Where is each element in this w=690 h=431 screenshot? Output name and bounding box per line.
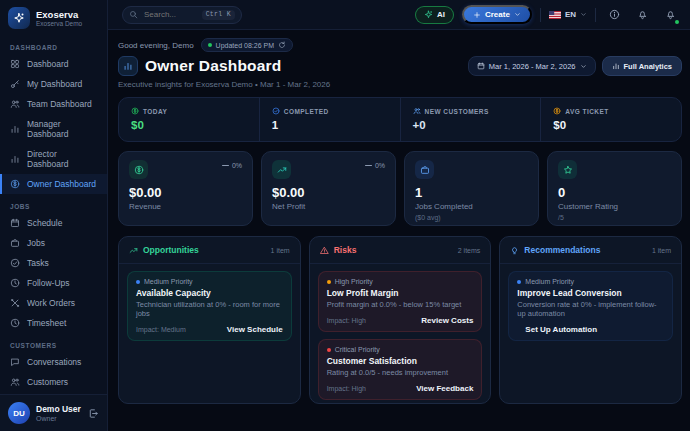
bar-chart-icon <box>612 62 620 70</box>
stat-label: TODAY <box>143 108 167 115</box>
item-description: Technician utilization at 0% - room for … <box>136 300 283 318</box>
sparkle-icon <box>424 10 433 19</box>
logout-button[interactable] <box>88 408 99 419</box>
stat-new-customers: NEW CUSTOMERS +0 <box>400 98 541 141</box>
stat-avg-ticket: AVG TICKET $0 <box>540 98 681 141</box>
item-description: Conversion rate at 0% - implement follow… <box>517 300 664 318</box>
alerts-button[interactable] <box>632 5 652 25</box>
ai-button[interactable]: AI <box>415 6 454 24</box>
users-icon <box>10 377 20 387</box>
create-button[interactable]: Create <box>462 5 532 24</box>
divider <box>595 8 596 22</box>
review-costs-link[interactable]: Review Costs <box>421 316 473 325</box>
quick-stats-strip: TODAY $0 COMPLETED 1 NEW CUSTOMERS +0 AV… <box>118 97 682 142</box>
kpi-card-net-profit[interactable]: 0% $0.00 Net Profit <box>261 151 396 226</box>
sidebar-item-conversations[interactable]: Conversations <box>0 352 107 372</box>
stat-label: NEW CUSTOMERS <box>425 108 489 115</box>
bell-icon <box>637 9 648 20</box>
live-dot <box>208 43 212 47</box>
chevron-down-icon <box>580 11 587 18</box>
updated-badge[interactable]: Updated 08:26 PM <box>201 38 293 52</box>
grid-icon <box>10 59 20 69</box>
kpi-value: $0.00 <box>272 185 385 200</box>
key-icon <box>10 79 20 89</box>
sidebar-item-label: Manager Dashboard <box>27 119 99 139</box>
warning-triangle-icon <box>320 246 329 255</box>
item-count: 2 items <box>458 247 481 254</box>
bar-chart-icon <box>123 61 133 71</box>
check-circle-icon <box>272 107 280 115</box>
nav-section-dashboard: DASHBOARD <box>0 35 107 54</box>
sidebar-item-label: Conversations <box>27 357 81 367</box>
kpi-label: Revenue <box>129 202 242 211</box>
view-feedback-link[interactable]: View Feedback <box>416 384 473 393</box>
sidebar-item-label: My Dashboard <box>27 79 82 89</box>
stat-value: +0 <box>413 119 529 131</box>
sidebar-item-my-dashboard[interactable]: My Dashboard <box>0 74 107 94</box>
keyboard-shortcut-badge: Ctrl K <box>202 10 235 20</box>
sidebar-item-work-orders[interactable]: Work Orders <box>0 293 107 313</box>
sidebar-item-jobs[interactable]: Jobs <box>0 233 107 253</box>
chevron-down-icon <box>580 63 587 70</box>
priority-label: High Priority <box>335 278 373 285</box>
info-icon <box>609 9 620 20</box>
view-schedule-link[interactable]: View Schedule <box>227 325 283 334</box>
notifications-button[interactable] <box>660 5 680 25</box>
trend-indicator: 0% <box>222 162 242 169</box>
briefcase-icon <box>415 160 434 179</box>
priority-label: Medium Priority <box>144 278 193 285</box>
kpi-value: $0.00 <box>129 185 242 200</box>
sidebar-item-director-dashboard[interactable]: Director Dashboard <box>0 144 107 174</box>
logout-icon <box>88 408 99 419</box>
date-range-picker[interactable]: Mar 1, 2026 - Mar 2, 2026 <box>468 56 596 76</box>
sidebar-item-owner-dashboard[interactable]: Owner Dashboard <box>0 174 107 194</box>
insight-row: Opportunities 1 item Medium Priority Ava… <box>118 236 682 404</box>
impact-label: Impact: Medium <box>136 326 186 333</box>
sidebar-item-team-dashboard[interactable]: Team Dashboard <box>0 94 107 114</box>
recommendation-item[interactable]: Medium Priority Improve Lead Conversion … <box>508 271 673 341</box>
kpi-value: 1 <box>415 185 528 200</box>
sidebar-item-label: Owner Dashboard <box>27 179 96 189</box>
brand[interactable]: Exoserva Exoserva Demo <box>0 0 107 35</box>
dashboard-title-icon <box>118 56 138 76</box>
full-analytics-label: Full Analytics <box>624 62 672 71</box>
sidebar-item-timesheet[interactable]: Timesheet <box>0 313 107 333</box>
refresh-icon[interactable] <box>278 41 286 49</box>
sidebar-item-tasks[interactable]: Tasks <box>0 253 107 273</box>
risk-item[interactable]: Critical Priority Customer Satisfaction … <box>318 339 483 400</box>
sidebar-item-label: Customers <box>27 377 68 387</box>
check-circle-icon <box>10 258 20 268</box>
risk-item[interactable]: High Priority Low Profit Margin Profit m… <box>318 271 483 332</box>
calendar-icon <box>477 62 485 70</box>
sidebar-item-follow-ups[interactable]: Follow-Ups <box>0 273 107 293</box>
priority-dot <box>136 280 140 284</box>
language-selector[interactable]: EN <box>549 10 587 19</box>
tools-icon <box>10 298 20 308</box>
item-count: 1 item <box>271 247 290 254</box>
kpi-card-customer-rating[interactable]: 0 Customer Rating /5 <box>547 151 682 226</box>
sidebar-item-dashboard[interactable]: Dashboard <box>0 54 107 74</box>
kpi-card-revenue[interactable]: 0% $0.00 Revenue <box>118 151 253 226</box>
us-flag-icon <box>549 11 561 19</box>
sidebar-item-manager-dashboard[interactable]: Manager Dashboard <box>0 114 107 144</box>
divider <box>540 8 541 22</box>
sidebar-item-customers[interactable]: Customers <box>0 372 107 392</box>
dollar-circle-icon <box>10 179 20 189</box>
sidebar-item-label: Team Dashboard <box>27 99 92 109</box>
opportunity-item[interactable]: Medium Priority Available Capacity Techn… <box>127 271 292 341</box>
search-input[interactable] <box>144 10 196 19</box>
full-analytics-button[interactable]: Full Analytics <box>602 56 682 76</box>
star-icon <box>558 160 577 179</box>
user-profile[interactable]: DU Demo User Owner <box>0 394 107 431</box>
impact-label: Impact: High <box>327 317 366 324</box>
card-title: Risks <box>334 245 357 255</box>
sidebar-item-schedule[interactable]: Schedule <box>0 213 107 233</box>
language-label: EN <box>565 10 576 19</box>
briefcase-icon <box>10 238 20 248</box>
set-up-automation-link[interactable]: Set Up Automation <box>525 325 597 334</box>
item-title: Available Capacity <box>136 288 283 298</box>
search-bar[interactable]: Ctrl K <box>122 6 242 24</box>
search-icon <box>129 10 138 19</box>
info-button[interactable] <box>604 5 624 25</box>
kpi-card-jobs-completed[interactable]: 1 Jobs Completed ($0 avg) <box>404 151 539 226</box>
